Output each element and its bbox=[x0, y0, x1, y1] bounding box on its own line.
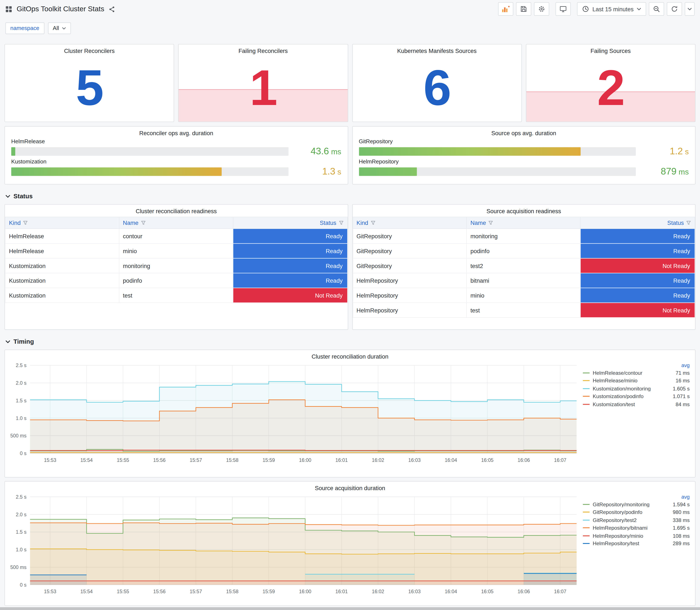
clock-icon bbox=[582, 5, 589, 13]
series-color-dash bbox=[583, 512, 590, 513]
filter-icon[interactable] bbox=[23, 220, 28, 225]
x-axis-label: 16:00 bbox=[299, 458, 311, 463]
legend-item[interactable]: HelmRepository/test289 ms bbox=[583, 540, 690, 547]
chart-canvas[interactable]: 0 s500 ms1.0 s1.5 s2.0 s2.5 s15:5315:541… bbox=[7, 361, 579, 468]
column-header-label: Name bbox=[471, 220, 486, 226]
save-dashboard-button[interactable] bbox=[516, 2, 532, 16]
x-axis-label: 15:55 bbox=[117, 458, 129, 463]
column-header-kind[interactable]: Kind bbox=[5, 217, 119, 229]
column-header-status[interactable]: Status bbox=[233, 217, 347, 229]
chart-canvas[interactable]: 0 s500 ms1.0 s1.5 s2.0 s2.5 s15:5315:541… bbox=[7, 492, 579, 599]
filter-icon[interactable] bbox=[141, 220, 146, 225]
stat-panel-title[interactable]: Failing Reconcilers bbox=[179, 44, 347, 54]
dashboard-settings-button[interactable] bbox=[534, 2, 549, 16]
legend-item[interactable]: HelmRelease/contour71 ms bbox=[583, 369, 690, 377]
gauge-bar: 1.2 s bbox=[359, 146, 689, 157]
variable-value-label: All bbox=[53, 25, 59, 31]
chart-title[interactable]: Cluster reconciliation duration bbox=[5, 350, 695, 360]
gauge-panel-title[interactable]: Reconciler ops avg. duration bbox=[11, 127, 341, 136]
gauge-bar: 43.6 ms bbox=[11, 146, 341, 157]
x-axis-label: 15:55 bbox=[117, 589, 129, 594]
legend-item[interactable]: HelmRepository/bitnami1.695 s bbox=[583, 524, 690, 532]
series-name: GitRepository/monitoring bbox=[593, 502, 672, 507]
column-header-status[interactable]: Status bbox=[581, 217, 695, 229]
x-axis-label: 16:02 bbox=[372, 458, 384, 463]
x-axis-label: 15:59 bbox=[262, 458, 275, 463]
legend-item[interactable]: Kustomization/podinfo1.071 s bbox=[583, 392, 690, 400]
x-axis-label: 16:06 bbox=[518, 589, 530, 594]
filter-icon[interactable] bbox=[339, 220, 343, 225]
chart-plot-area[interactable]: 0 s500 ms1.0 s1.5 s2.0 s2.5 s15:5315:541… bbox=[7, 361, 580, 469]
cell-kind: Kustomization bbox=[5, 288, 119, 303]
column-header-name[interactable]: Name bbox=[467, 217, 581, 229]
cell-kind: HelmRelease bbox=[5, 243, 119, 258]
header-left: GitOps Toolkit Cluster Stats bbox=[5, 5, 115, 13]
column-header-label: Kind bbox=[357, 220, 368, 226]
cell-name: monitoring bbox=[119, 258, 233, 273]
status-section-toggle[interactable]: Status bbox=[5, 192, 695, 200]
section-label-timing: Timing bbox=[13, 338, 34, 345]
x-axis-label: 16:04 bbox=[445, 458, 457, 463]
chart-plot-area[interactable]: 0 s500 ms1.0 s1.5 s2.0 s2.5 s15:5315:541… bbox=[7, 492, 580, 601]
y-axis-label: 1.5 s bbox=[16, 529, 26, 535]
column-header-kind[interactable]: Kind bbox=[353, 217, 467, 229]
filter-icon[interactable] bbox=[488, 220, 493, 225]
gauge-panel-title[interactable]: Source ops avg. duration bbox=[359, 127, 689, 136]
chart-title[interactable]: Source acquisition duration bbox=[5, 482, 695, 492]
variable-value-dropdown[interactable]: All bbox=[48, 22, 70, 34]
stat-value: 5 bbox=[5, 54, 174, 122]
legend-item[interactable]: GitRepository/monitoring1.594 s bbox=[583, 500, 690, 508]
filter-icon[interactable] bbox=[686, 220, 691, 225]
legend-item[interactable]: GitRepository/podinfo980 ms bbox=[583, 508, 690, 516]
legend-item[interactable]: HelmRelease/minio16 ms bbox=[583, 377, 690, 385]
legend-item[interactable]: HelmRepository/minio108 ms bbox=[583, 532, 690, 540]
y-axis-label: 2.0 s bbox=[16, 512, 26, 517]
y-axis-label: 2.5 s bbox=[16, 494, 26, 500]
stat-panel: Kubernetes Manifests Sources6 bbox=[352, 44, 522, 122]
x-axis-label: 16:05 bbox=[481, 589, 493, 594]
legend-item[interactable]: Kustomization/monitoring1.605 s bbox=[583, 385, 690, 392]
stat-panel-title[interactable]: Kubernetes Manifests Sources bbox=[353, 44, 521, 54]
grafana-dashboard: GitOps Toolkit Cluster Stats Last 15 min… bbox=[0, 0, 700, 610]
table-panel: Cluster reconciliation readinessKindName… bbox=[4, 204, 348, 330]
table-row: HelmRepositorytestNot Ready bbox=[353, 303, 695, 318]
cell-status: Ready bbox=[233, 229, 347, 244]
gauge-value: 1.3 s bbox=[288, 166, 341, 177]
stat-value: 1 bbox=[179, 54, 347, 122]
table-panel-title[interactable]: Source acquisition readiness bbox=[353, 205, 695, 214]
legend-item[interactable]: Kustomization/test84 ms bbox=[583, 400, 690, 408]
gauge-fill bbox=[11, 167, 222, 176]
time-range-picker[interactable]: Last 15 minutes bbox=[577, 2, 646, 16]
cell-name: test bbox=[119, 288, 233, 303]
series-avg-value: 1.594 s bbox=[673, 502, 690, 507]
share-dashboard-icon[interactable] bbox=[109, 5, 116, 12]
gauge-fill bbox=[11, 147, 15, 156]
series-name: Kustomization/podinfo bbox=[593, 394, 672, 399]
cycle-view-mode-button[interactable] bbox=[555, 2, 571, 16]
table-panel-title[interactable]: Cluster reconciliation readiness bbox=[5, 205, 347, 214]
stat-panel: Cluster Reconcilers5 bbox=[4, 44, 174, 122]
stat-panel-title[interactable]: Failing Sources bbox=[526, 44, 695, 54]
table-panel: Source acquisition readinessKindNameStat… bbox=[352, 204, 695, 330]
chart-body: 0 s500 ms1.0 s1.5 s2.0 s2.5 s15:5315:541… bbox=[5, 492, 695, 601]
stat-panel-title[interactable]: Cluster Reconcilers bbox=[5, 44, 174, 54]
y-axis-label: 0 s bbox=[20, 451, 27, 456]
table-row: KustomizationpodinfoReady bbox=[5, 273, 347, 288]
column-header-label: Kind bbox=[9, 220, 21, 226]
column-header-name[interactable]: Name bbox=[119, 217, 233, 229]
table-row: HelmReleasecontourReady bbox=[5, 229, 347, 244]
add-panel-button[interactable] bbox=[498, 2, 514, 16]
timeseries-panels: Cluster reconciliation duration0 s500 ms… bbox=[0, 350, 700, 606]
variable-name-namespace[interactable]: namespace bbox=[5, 22, 44, 34]
timing-section-toggle[interactable]: Timing bbox=[5, 337, 695, 346]
bar-gauge-panels-row: Reconciler ops avg. durationHelmRelease4… bbox=[4, 126, 696, 184]
refresh-button[interactable] bbox=[667, 2, 682, 16]
cell-kind: HelmRepository bbox=[353, 273, 467, 288]
gauge-bar: 879 ms bbox=[359, 166, 689, 177]
legend-item[interactable]: GitRepository/test2338 ms bbox=[583, 516, 690, 524]
zoom-out-button[interactable] bbox=[649, 2, 664, 16]
dashboard-apps-icon[interactable] bbox=[5, 5, 12, 12]
gauge-row: GitRepository1.2 s bbox=[359, 138, 689, 157]
filter-icon[interactable] bbox=[370, 220, 375, 225]
refresh-interval-dropdown[interactable] bbox=[685, 2, 695, 16]
